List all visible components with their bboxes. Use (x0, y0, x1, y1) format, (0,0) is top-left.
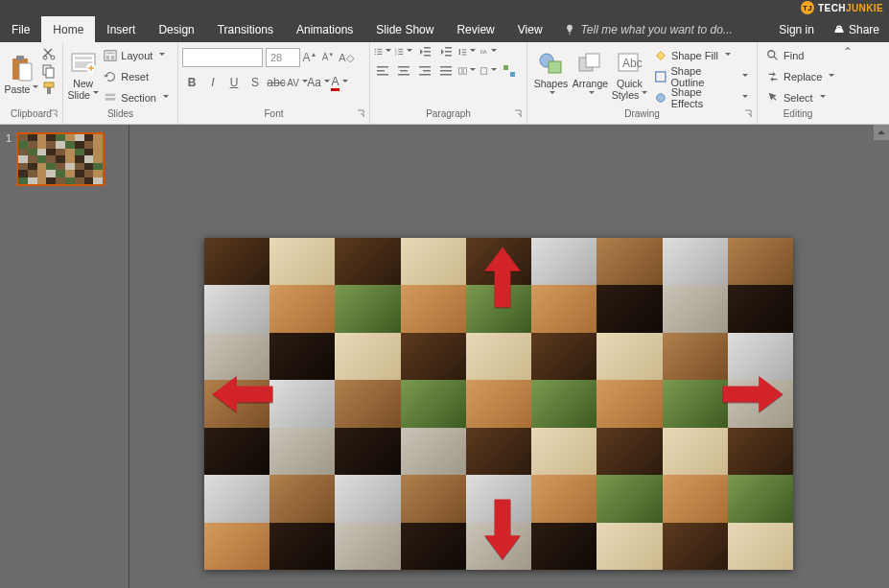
tell-me-search[interactable]: Tell me what you want to do... (554, 16, 742, 42)
bullets-icon (374, 45, 383, 59)
group-label-font: Font (178, 108, 369, 124)
underline-button[interactable]: U (224, 73, 244, 92)
canvas-area[interactable] (129, 125, 889, 588)
tab-design[interactable]: Design (147, 16, 205, 42)
reset-icon (104, 70, 117, 83)
shadow-button[interactable]: S (246, 73, 265, 92)
find-label: Find (784, 50, 804, 61)
svg-rect-49 (419, 74, 431, 76)
watermark-badge: TJ (801, 1, 814, 14)
tab-insert[interactable]: Insert (95, 16, 147, 42)
shape-outline-button[interactable]: Shape Outline (651, 67, 751, 86)
svg-rect-10 (75, 57, 92, 59)
svg-rect-52 (440, 74, 452, 76)
cut-button[interactable] (41, 46, 57, 61)
launcher-icon[interactable] (357, 109, 366, 119)
section-button[interactable]: Section (101, 88, 172, 107)
increase-indent-button[interactable] (437, 44, 455, 59)
svg-rect-24 (377, 54, 382, 55)
bullets-button[interactable] (374, 44, 391, 59)
grow-font-icon: A▲ (303, 51, 317, 64)
menubar: File Home Insert Design Transitions Anim… (0, 16, 889, 42)
tab-slideshow[interactable]: Slide Show (364, 16, 445, 42)
share-button[interactable]: Share (824, 16, 889, 42)
numbering-button[interactable]: 123 (395, 44, 412, 59)
cut-icon (41, 46, 57, 61)
change-case-button[interactable]: Aa (309, 73, 328, 92)
scroll-up-button[interactable] (874, 125, 889, 140)
shape-fill-button[interactable]: Shape Fill (651, 46, 751, 65)
svg-point-23 (375, 54, 376, 55)
svg-rect-38 (462, 52, 467, 53)
group-label-paragraph: Paragraph (370, 108, 526, 124)
decrease-indent-button[interactable] (416, 44, 433, 59)
collapse-ribbon-button[interactable]: ˆ (845, 46, 850, 63)
line-spacing-button[interactable] (458, 44, 476, 59)
svg-rect-32 (424, 51, 431, 53)
replace-button[interactable]: Replace (763, 67, 837, 86)
font-color-button[interactable]: A (330, 73, 349, 92)
format-painter-button[interactable] (41, 81, 57, 96)
shape-outline-label: Shape Outline (670, 65, 736, 88)
numbering-icon: 123 (395, 45, 404, 59)
svg-rect-35 (445, 51, 452, 53)
copy-icon (41, 63, 57, 79)
shape-effects-button[interactable]: Shape Effects (651, 88, 751, 107)
svg-rect-26 (398, 49, 403, 50)
shrink-font-button[interactable]: A▼ (319, 48, 337, 67)
font-size-combo[interactable]: 28 (266, 48, 300, 67)
select-label: Select (784, 92, 813, 104)
select-button[interactable]: Select (763, 88, 837, 107)
quick-styles-button[interactable]: Abc Quick Styles (610, 44, 649, 107)
slide-thumbnail-1[interactable] (16, 132, 105, 186)
columns-button[interactable] (458, 63, 476, 79)
slide-canvas[interactable] (204, 238, 793, 570)
strikethrough-button[interactable]: abc (267, 73, 286, 92)
svg-rect-44 (398, 66, 409, 68)
svg-rect-28 (398, 51, 403, 52)
clear-formatting-icon: A◇ (339, 52, 353, 64)
font-family-combo[interactable] (182, 48, 263, 67)
paste-button[interactable]: Paste (4, 44, 39, 107)
align-right-button[interactable] (416, 63, 433, 79)
tab-file[interactable]: File (0, 16, 41, 42)
svg-text:3: 3 (395, 53, 397, 57)
shrink-font-icon: A▼ (322, 52, 335, 62)
justify-button[interactable] (437, 63, 455, 79)
select-icon (766, 91, 780, 105)
align-text-button[interactable] (480, 63, 497, 79)
launcher-icon[interactable] (744, 109, 754, 119)
tab-view[interactable]: View (506, 16, 554, 42)
tab-review[interactable]: Review (445, 16, 505, 42)
clear-formatting-button[interactable]: A◇ (338, 48, 355, 67)
reset-button[interactable]: Reset (101, 67, 172, 86)
layout-icon (104, 49, 117, 62)
copy-button[interactable] (41, 63, 57, 79)
new-slide-button[interactable]: New Slide (67, 44, 99, 107)
text-direction-button[interactable]: IIA (480, 44, 497, 59)
launcher-icon[interactable] (50, 109, 59, 119)
bold-button[interactable]: B (182, 73, 201, 92)
smartart-button[interactable] (501, 63, 518, 79)
arrange-button[interactable]: Arrange (571, 44, 610, 107)
align-left-button[interactable] (374, 63, 391, 79)
tab-home[interactable]: Home (41, 16, 95, 42)
tab-animations[interactable]: Animations (285, 16, 364, 42)
find-button[interactable]: Find (763, 46, 837, 65)
svg-rect-51 (440, 70, 452, 72)
svg-rect-33 (424, 55, 431, 57)
shape-effects-label: Shape Effects (671, 86, 736, 109)
svg-rect-59 (549, 61, 561, 73)
shapes-button[interactable]: Shapes (531, 44, 571, 107)
char-spacing-button[interactable]: AV (288, 73, 307, 92)
layout-button[interactable]: Layout (101, 46, 172, 65)
group-editing: Find Replace Select Editing (758, 42, 838, 124)
italic-button[interactable]: I (203, 73, 222, 92)
grow-font-button[interactable]: A▲ (301, 48, 318, 67)
launcher-icon[interactable] (514, 109, 524, 119)
svg-rect-64 (656, 72, 666, 82)
svg-point-66 (768, 51, 775, 58)
tab-transitions[interactable]: Transitions (206, 16, 285, 42)
sign-in-button[interactable]: Sign in (769, 16, 824, 42)
align-center-button[interactable] (395, 63, 412, 79)
